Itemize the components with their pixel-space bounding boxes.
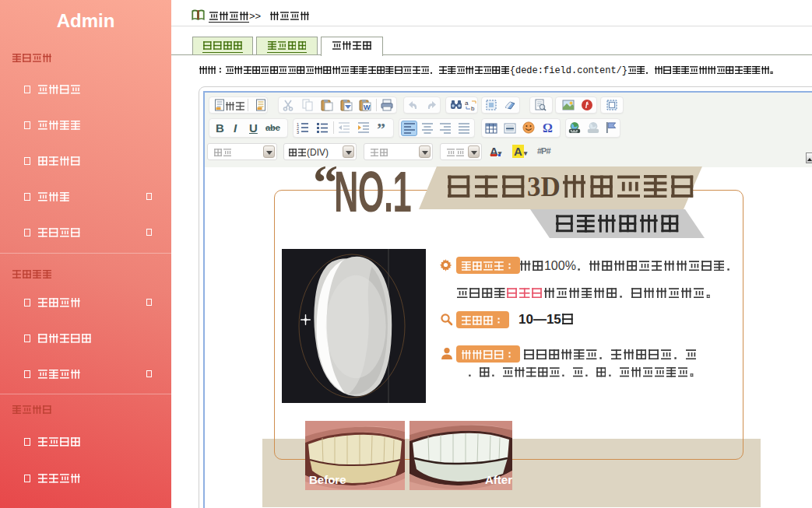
svg-text:After: After [485, 473, 512, 486]
svg-text:3: 3 [297, 130, 299, 134]
svg-text:Before: Before [309, 473, 346, 486]
svg-text:W: W [364, 103, 371, 111]
svg-text:a: a [465, 100, 469, 107]
svg-text:b: b [471, 105, 475, 111]
